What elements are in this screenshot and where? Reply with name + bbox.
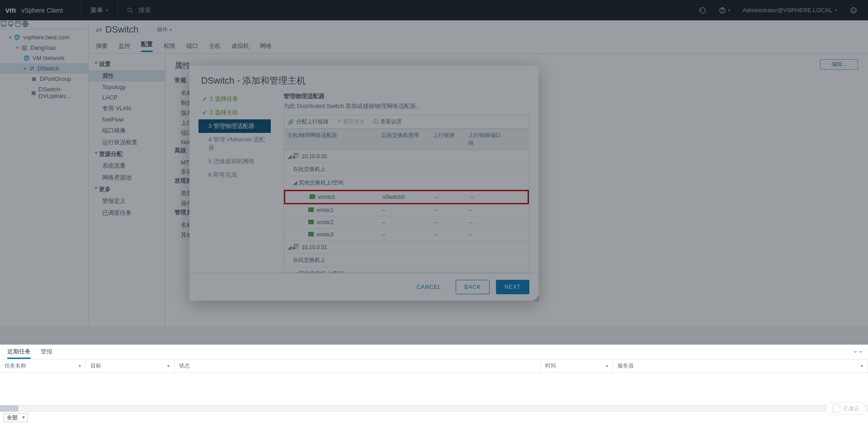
watermark: 亿速云: [826, 402, 866, 415]
col-target[interactable]: 目标▾: [86, 359, 175, 372]
tab-alarms[interactable]: 警报: [41, 348, 52, 359]
tab-recent-tasks[interactable]: 近期任务: [7, 348, 31, 359]
sort-icon: ▾: [167, 363, 170, 368]
task-header-row: 任务名称▾ 目标▾ 状态 时间▾ 服务器▾: [0, 359, 868, 373]
bottom-panel: 近期任务 警报 ⌄⌄ 任务名称▾ 目标▾ 状态 时间▾ 服务器▾ 全部: [0, 344, 868, 424]
sort-icon: ▾: [861, 363, 863, 368]
filter-select[interactable]: 全部: [4, 414, 28, 422]
watermark-icon: [832, 405, 840, 413]
col-taskname[interactable]: 任务名称▾: [0, 359, 86, 372]
watermark-text: 亿速云: [843, 405, 859, 413]
bottom-tabs: 近期任务 警报 ⌄⌄: [0, 345, 868, 359]
col-label: 目标: [90, 362, 101, 370]
collapse-icon[interactable]: ⌄⌄: [853, 347, 863, 354]
task-body: [0, 373, 868, 405]
col-status[interactable]: 状态: [175, 359, 541, 372]
col-time[interactable]: 时间▾: [541, 359, 613, 372]
col-label: 任务名称: [5, 362, 26, 370]
sort-icon: ▾: [606, 363, 608, 368]
col-label: 服务器: [618, 362, 634, 370]
col-server[interactable]: 服务器▾: [613, 359, 868, 372]
col-label: 状态: [179, 362, 190, 370]
hscrollbar[interactable]: [0, 405, 868, 411]
sort-icon: ▾: [79, 363, 81, 368]
bottom-footer: 全部: [0, 411, 868, 424]
col-label: 时间: [545, 362, 556, 370]
